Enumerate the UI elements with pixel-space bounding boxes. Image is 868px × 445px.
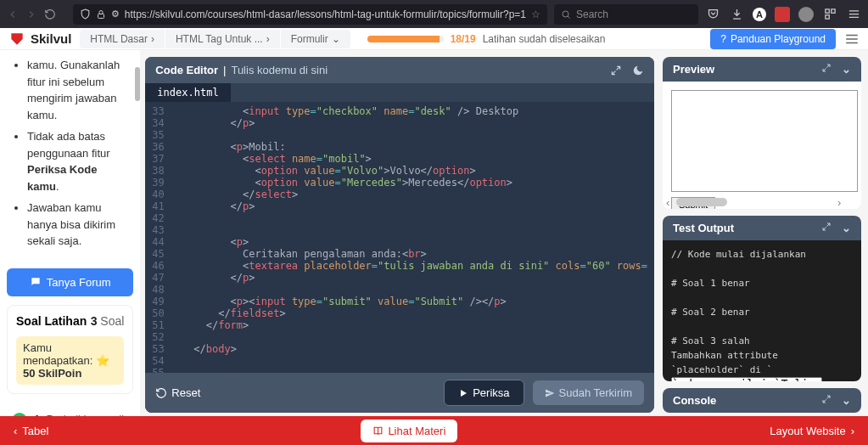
chevron-left-icon: ‹ [14, 425, 17, 437]
editor-title: Code Editor [155, 64, 218, 76]
chevron-right-icon: › [851, 425, 854, 437]
expand-icon[interactable] [610, 65, 622, 76]
console-title: Console [673, 394, 716, 407]
url-bar[interactable]: ⚙ https://skilvul.com/courses/html-dasar… [73, 4, 547, 25]
menu-icon[interactable] [846, 7, 861, 22]
check-icon [12, 413, 27, 417]
account-icon[interactable]: A [753, 8, 766, 21]
tanya-forum-button[interactable]: Tanya Forum [7, 268, 133, 296]
task-item-1: 1. Perbaiki error di <form> (30 SkilPoin… [7, 403, 133, 417]
progress-label: Latihan sudah diselesaikan [483, 33, 606, 45]
chevron-right-icon: › [151, 33, 154, 45]
scrollbar-thumb[interactable] [135, 67, 140, 101]
bookmark-icon[interactable]: ☆ [531, 8, 540, 20]
chevron-down-icon[interactable]: ⌄ [842, 222, 851, 234]
logo-icon [8, 31, 25, 48]
extension-icon-2[interactable] [798, 7, 814, 22]
extensions-icon[interactable] [822, 7, 837, 22]
send-icon [545, 388, 555, 398]
preview-frame[interactable]: Submit ‹› [663, 82, 861, 209]
expand-icon[interactable] [821, 63, 832, 76]
periksa-button[interactable]: Periksa [444, 380, 524, 406]
search-placeholder: Search [576, 8, 608, 20]
chevron-right-icon: › [266, 33, 270, 45]
svg-rect-3 [831, 9, 834, 13]
soal-count: 3 Soal [91, 314, 125, 328]
reload-button[interactable] [44, 4, 56, 25]
shield-icon [80, 8, 91, 20]
permissions-icon: ⚙ [111, 8, 120, 20]
forward-button[interactable] [25, 4, 37, 25]
crumb-3[interactable]: Formulir⌄ [281, 30, 350, 48]
code-content[interactable]: <input type="checkbox" name="desk" /> De… [175, 102, 654, 373]
skilpoin-badge: Kamu mendapatkan: ⭐ 50 SkilPoin [16, 336, 124, 385]
instr-item: Jawaban kamu hanya bisa dikirim sekali s… [27, 200, 126, 250]
soal-title: Soal Latihan [16, 314, 87, 328]
line-gutter: 33 34 35 36 37 38 39 40 41 42 43 44 45 4… [145, 102, 174, 373]
file-tab[interactable]: index.html [145, 83, 230, 102]
browser-search[interactable]: Search [554, 4, 698, 25]
menu-button[interactable] [844, 31, 860, 47]
expand-icon[interactable] [821, 394, 832, 407]
extension-icon[interactable] [775, 7, 790, 22]
brand-logo[interactable]: Skilvul [8, 31, 71, 48]
svg-rect-4 [825, 15, 828, 19]
book-icon [372, 425, 384, 437]
editor-subtitle: Tulis kodemu di sini [231, 64, 328, 76]
breadcrumb: HTML Dasar› HTML Tag Untuk ...› Formulir… [80, 30, 350, 48]
lihat-materi-button[interactable]: Lihat Materi [361, 420, 457, 442]
sudah-terkirim-button: Sudah Terkirim [533, 380, 644, 405]
chat-icon [30, 276, 42, 288]
textarea-preview[interactable] [671, 90, 858, 192]
svg-rect-2 [825, 9, 828, 13]
progress-count: 18/19 [451, 33, 476, 45]
prev-lesson-button[interactable]: ‹ Tabel [14, 425, 48, 437]
crumb-1[interactable]: HTML Dasar› [80, 30, 165, 48]
svg-point-1 [563, 11, 568, 17]
reset-button[interactable]: Reset [155, 386, 200, 399]
horizontal-scrollbar[interactable]: ‹› [666, 197, 848, 207]
chevron-down-icon[interactable]: ⌄ [842, 394, 851, 407]
play-icon [458, 388, 468, 398]
test-output: // Kode mulai dijalankan # Soal 1 benar … [663, 240, 861, 381]
lock-icon [96, 9, 106, 20]
help-icon: ? [720, 33, 726, 45]
svg-rect-0 [98, 14, 104, 18]
reset-icon [155, 387, 167, 399]
moon-icon[interactable] [632, 65, 644, 76]
test-output-title: Test Output [673, 222, 734, 234]
code-editor[interactable]: 33 34 35 36 37 38 39 40 41 42 43 44 45 4… [145, 102, 654, 373]
chevron-down-icon[interactable]: ⌄ [842, 63, 851, 76]
search-icon [561, 9, 571, 20]
preview-title: Preview [673, 63, 714, 76]
brand-text: Skilvul [31, 31, 71, 46]
instr-item: Tidak ada batas penggunaan fitur Periksa… [27, 128, 126, 194]
next-lesson-button[interactable]: Layout Website › [770, 425, 854, 437]
instruction-list: kamu. Gunakanlah fitur ini sebelum mengi… [7, 57, 133, 263]
url-text: https://skilvul.com/courses/html-dasar/l… [125, 8, 526, 20]
pocket-icon[interactable] [705, 7, 720, 22]
expand-icon[interactable] [821, 222, 832, 234]
back-button[interactable] [7, 4, 19, 25]
panduan-button[interactable]: ? Panduan Playground [710, 29, 836, 49]
crumb-2[interactable]: HTML Tag Untuk ...› [165, 30, 281, 48]
progress-bar [367, 36, 444, 42]
download-icon[interactable] [729, 7, 744, 22]
chevron-down-icon: ⌄ [332, 33, 340, 45]
instr-item: kamu. Gunakanlah fitur ini sebelum mengi… [27, 57, 126, 123]
